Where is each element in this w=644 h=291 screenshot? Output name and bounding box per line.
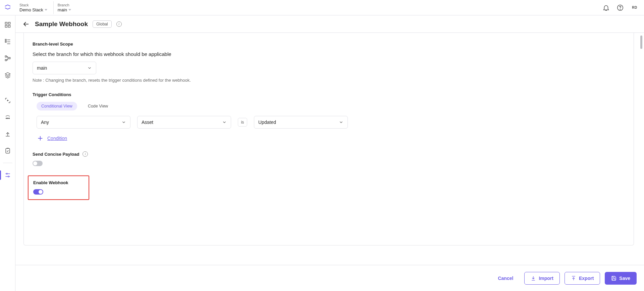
svg-marker-14	[7, 100, 9, 101]
nav-releases[interactable]	[0, 95, 15, 106]
content-scroll-area: Branch-level Scope Select the branch for…	[15, 33, 644, 265]
import-button[interactable]: Import	[524, 272, 560, 285]
sliders-icon	[4, 172, 11, 178]
svg-point-20	[6, 173, 7, 174]
stack-value: Demo Stack	[19, 7, 43, 13]
info-icon[interactable]: i	[116, 21, 122, 27]
nav-content-types[interactable]	[0, 53, 15, 64]
clipboard-check-icon	[4, 147, 11, 154]
nav-upload[interactable]	[0, 129, 15, 139]
svg-rect-13	[9, 58, 10, 59]
user-avatar[interactable]: RD	[631, 4, 639, 12]
footer-actions: Cancel Import Export Save	[15, 265, 644, 291]
info-icon[interactable]: i	[83, 151, 88, 157]
svg-rect-4	[5, 25, 7, 27]
condition-row: Any Asset is Updated	[37, 116, 625, 129]
nav-publish-queue[interactable]	[0, 112, 15, 123]
svg-rect-18	[6, 148, 10, 153]
svg-point-22	[8, 176, 9, 177]
nav-dashboard[interactable]	[0, 19, 15, 30]
notifications-button[interactable]	[602, 4, 610, 11]
enable-webhook-highlight: Enable Webhook	[28, 175, 89, 200]
branch-value: main	[58, 7, 67, 13]
export-icon	[571, 276, 576, 281]
form-panel: Branch-level Scope Select the branch for…	[23, 33, 634, 245]
save-button[interactable]: Save	[605, 272, 637, 285]
chevron-down-icon	[121, 120, 126, 125]
back-button[interactable]	[22, 20, 30, 28]
layers-icon	[4, 72, 11, 78]
export-label: Export	[579, 276, 594, 281]
trigger-conditions-section: Trigger Conditions Conditional View Code…	[33, 92, 625, 142]
condition-action-select[interactable]: Updated	[254, 116, 348, 129]
help-icon	[616, 4, 624, 11]
nav-tasks[interactable]	[0, 145, 15, 156]
nav-divider	[3, 163, 12, 163]
left-nav-rail	[0, 15, 15, 291]
svg-point-1	[620, 9, 620, 9]
plus-icon	[37, 135, 44, 142]
nav-settings[interactable]	[0, 170, 15, 180]
condition-entity-value: Asset	[142, 120, 153, 125]
tab-code-view[interactable]: Code View	[83, 102, 113, 111]
branch-scope-description: Select the branch for which this webhook…	[33, 51, 625, 57]
branch-scope-section: Branch-level Scope Select the branch for…	[33, 42, 625, 83]
import-label: Import	[539, 276, 553, 281]
branch-selector[interactable]: Branch main	[54, 1, 77, 14]
svg-rect-12	[5, 59, 6, 61]
stack-selector[interactable]: Stack Demo Stack	[15, 1, 54, 14]
trigger-conditions-title: Trigger Conditions	[33, 92, 625, 97]
svg-rect-5	[8, 25, 10, 27]
svg-rect-8	[5, 41, 6, 42]
is-operator-pill: is	[238, 118, 247, 127]
wifi-dots-icon	[4, 114, 11, 121]
branch-scope-select[interactable]: main	[33, 62, 96, 74]
toggle-knob	[33, 161, 37, 165]
chevron-down-icon	[339, 120, 343, 125]
scrollbar[interactable]	[640, 34, 643, 264]
page-header: Sample Webhook Global i	[15, 15, 644, 33]
add-condition-button[interactable]: Condition	[37, 135, 625, 142]
help-button[interactable]	[616, 4, 624, 11]
cancel-button[interactable]: Cancel	[491, 272, 520, 285]
tab-conditional-view[interactable]: Conditional View	[37, 102, 77, 111]
export-button[interactable]: Export	[565, 272, 600, 285]
svg-point-16	[7, 118, 8, 119]
branch-scope-note: Note : Changing the branch, resets the t…	[33, 78, 625, 83]
page: Sample Webhook Global i Branch-level Sco…	[15, 15, 644, 291]
condition-scope-value: Any	[41, 120, 49, 125]
enable-webhook-toggle[interactable]	[33, 189, 43, 195]
nav-assets[interactable]	[0, 70, 15, 80]
chevron-down-icon	[222, 120, 227, 125]
condition-entity-select[interactable]: Asset	[137, 116, 231, 129]
arrow-left-icon	[22, 20, 30, 28]
svg-rect-6	[5, 39, 6, 40]
chevron-down-icon	[87, 66, 92, 70]
cancel-label: Cancel	[498, 276, 513, 281]
nav-entries[interactable]	[0, 36, 15, 47]
top-actions: RD	[602, 4, 639, 12]
caret-down-icon	[45, 9, 47, 11]
scrollbar-thumb[interactable]	[640, 35, 642, 49]
svg-point-17	[9, 118, 9, 119]
add-condition-label: Condition	[47, 136, 67, 141]
concise-payload-toggle[interactable]	[33, 161, 43, 166]
page-title: Sample Webhook	[35, 20, 88, 28]
brand-logo[interactable]	[0, 3, 15, 12]
save-label: Save	[619, 276, 630, 281]
svg-rect-3	[8, 22, 10, 24]
branch-scope-title: Branch-level Scope	[33, 42, 625, 47]
branch-label: Branch	[58, 3, 71, 7]
svg-rect-2	[5, 22, 7, 24]
bell-icon	[602, 4, 610, 11]
concise-payload-section: Send Concise Payload i	[33, 151, 625, 166]
dashboard-icon	[4, 21, 11, 28]
concise-payload-title: Send Concise Payload	[33, 152, 79, 157]
svg-rect-11	[5, 56, 6, 57]
branch-scope-value: main	[37, 65, 47, 71]
toggle-knob	[39, 190, 43, 194]
condition-scope-select[interactable]: Any	[37, 116, 130, 129]
breadcrumb: Stack Demo Stack Branch main	[15, 1, 77, 14]
import-icon	[531, 276, 536, 281]
tree-icon	[4, 55, 11, 62]
